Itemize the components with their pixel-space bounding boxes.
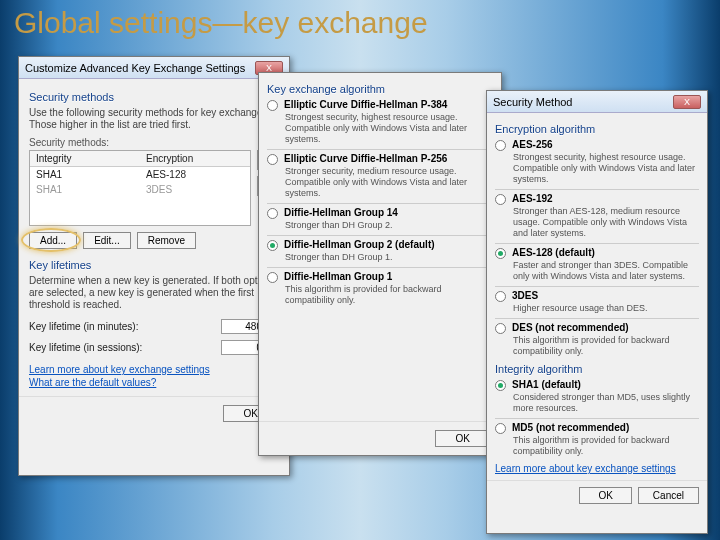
radio-desc: Stronger security, medium resource usage… bbox=[285, 166, 493, 199]
radio-desc: Stronger than AES-128, medium resource u… bbox=[513, 206, 699, 239]
radio-label: Elliptic Curve Diffie-Hellman P-256 bbox=[284, 153, 447, 164]
dialog-title: Security Method bbox=[493, 96, 572, 108]
titlebar: Security Method X bbox=[487, 91, 707, 113]
key-lifetimes-desc: Determine when a new key is generated. I… bbox=[29, 275, 279, 311]
dialog-key-exchange-settings: Customize Advanced Key Exchange Settings… bbox=[18, 56, 290, 476]
radio-desc: This algorithm is provided for backward … bbox=[513, 335, 699, 357]
radio-label: MD5 (not recommended) bbox=[512, 422, 629, 433]
radio-label: AES-256 bbox=[512, 139, 553, 150]
radio-label: Diffie-Hellman Group 14 bbox=[284, 207, 398, 218]
key-lifetime-minutes-label: Key lifetime (in minutes): bbox=[29, 321, 138, 332]
security-methods-label: Security methods: bbox=[29, 137, 279, 148]
radio-kex[interactable] bbox=[267, 100, 278, 111]
radio-int[interactable] bbox=[495, 380, 506, 391]
section-key-lifetimes: Key lifetimes bbox=[29, 259, 279, 271]
radio-label: Diffie-Hellman Group 1 bbox=[284, 271, 392, 282]
dialog-key-exchange-algorithm: Key exchange algorithm Elliptic Curve Di… bbox=[258, 72, 502, 456]
link-default-values[interactable]: What are the default values? bbox=[29, 377, 279, 388]
radio-desc: Stronger than DH Group 1. bbox=[285, 252, 493, 263]
ok-button[interactable]: OK bbox=[435, 430, 491, 447]
remove-button[interactable]: Remove bbox=[137, 232, 196, 249]
cell-encryption: 3DES bbox=[140, 182, 250, 197]
radio-label: Diffie-Hellman Group 2 (default) bbox=[284, 239, 435, 250]
section-integrity-algorithm: Integrity algorithm bbox=[495, 363, 699, 375]
radio-desc: Strongest security, highest resource usa… bbox=[285, 112, 493, 145]
radio-desc: This algorithm is provided for backward … bbox=[285, 284, 493, 306]
table-row[interactable]: SHA1 AES-128 bbox=[30, 167, 250, 182]
radio-desc: Strongest security, highest resource usa… bbox=[513, 152, 699, 185]
col-integrity: Integrity bbox=[30, 151, 140, 166]
ok-button[interactable]: OK bbox=[579, 487, 631, 504]
radio-label: AES-128 (default) bbox=[512, 247, 595, 258]
dialog-title: Customize Advanced Key Exchange Settings bbox=[25, 62, 245, 74]
link-learn-more[interactable]: Learn more about key exchange settings bbox=[29, 364, 279, 375]
radio-label: SHA1 (default) bbox=[512, 379, 581, 390]
cancel-button[interactable]: Cancel bbox=[638, 487, 699, 504]
radio-kex[interactable] bbox=[267, 208, 278, 219]
radio-kex[interactable] bbox=[267, 154, 278, 165]
radio-enc[interactable] bbox=[495, 291, 506, 302]
slide-title: Global settings—key exchange bbox=[14, 6, 428, 40]
cell-integrity: SHA1 bbox=[30, 182, 140, 197]
radio-kex[interactable] bbox=[267, 240, 278, 251]
add-button[interactable]: Add... bbox=[29, 232, 77, 249]
section-encryption-algorithm: Encryption algorithm bbox=[495, 123, 699, 135]
close-icon[interactable]: X bbox=[673, 95, 701, 109]
col-encryption: Encryption bbox=[140, 151, 250, 166]
cell-integrity: SHA1 bbox=[30, 167, 140, 182]
radio-desc: Considered stronger than MD5, uses sligh… bbox=[513, 392, 699, 414]
security-methods-desc: Use the following security methods for k… bbox=[29, 107, 279, 131]
table-row[interactable]: SHA1 3DES bbox=[30, 182, 250, 197]
security-methods-table[interactable]: Integrity Encryption SHA1 AES-128 SHA1 3… bbox=[29, 150, 251, 226]
edit-button[interactable]: Edit... bbox=[83, 232, 131, 249]
radio-enc[interactable] bbox=[495, 140, 506, 151]
radio-enc[interactable] bbox=[495, 248, 506, 259]
radio-desc: Faster and stronger than 3DES. Compatibl… bbox=[513, 260, 699, 282]
titlebar: Customize Advanced Key Exchange Settings… bbox=[19, 57, 289, 79]
dialog-security-method: Security Method X Encryption algorithm A… bbox=[486, 90, 708, 534]
section-key-exchange-algorithm: Key exchange algorithm bbox=[267, 83, 493, 95]
link-learn-more[interactable]: Learn more about key exchange settings bbox=[495, 463, 699, 474]
radio-desc: This algorithm is provided for backward … bbox=[513, 435, 699, 457]
radio-enc[interactable] bbox=[495, 194, 506, 205]
radio-label: DES (not recommended) bbox=[512, 322, 629, 333]
radio-enc[interactable] bbox=[495, 323, 506, 334]
key-lifetime-sessions-label: Key lifetime (in sessions): bbox=[29, 342, 142, 353]
section-security-methods: Security methods bbox=[29, 91, 279, 103]
radio-desc: Higher resource usage than DES. bbox=[513, 303, 699, 314]
radio-int[interactable] bbox=[495, 423, 506, 434]
radio-label: AES-192 bbox=[512, 193, 553, 204]
radio-desc: Stronger than DH Group 2. bbox=[285, 220, 493, 231]
radio-kex[interactable] bbox=[267, 272, 278, 283]
cell-encryption: AES-128 bbox=[140, 167, 250, 182]
radio-label: 3DES bbox=[512, 290, 538, 301]
radio-label: Elliptic Curve Diffie-Hellman P-384 bbox=[284, 99, 447, 110]
